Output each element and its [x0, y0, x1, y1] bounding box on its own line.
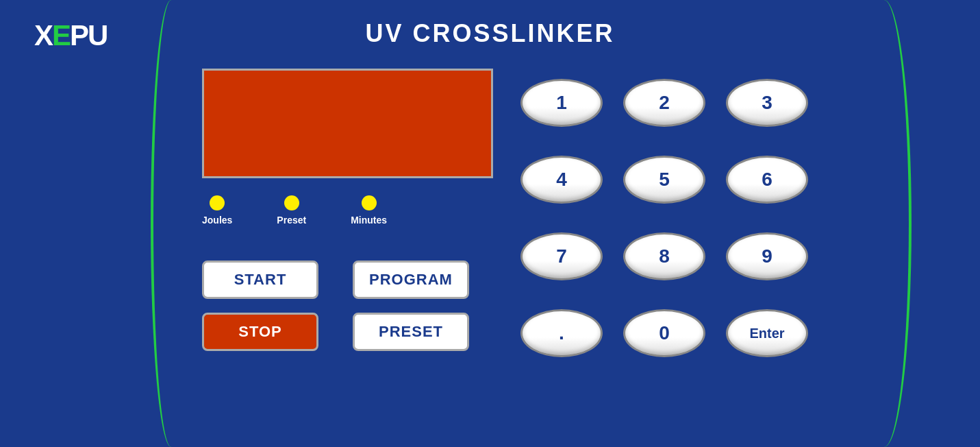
key-6-button[interactable]: 6 — [726, 156, 808, 204]
preset-button[interactable]: PRESET — [353, 313, 469, 351]
key-2-button[interactable]: 2 — [623, 79, 705, 127]
key-3-button[interactable]: 3 — [726, 79, 808, 127]
start-button[interactable]: START — [202, 261, 318, 299]
key-0-button[interactable]: 0 — [623, 309, 705, 357]
key-8-button[interactable]: 8 — [623, 232, 705, 280]
logo-x: X — [34, 19, 52, 51]
joules-dot — [210, 195, 225, 210]
joules-indicator: Joules — [202, 195, 232, 226]
preset-dot — [284, 195, 299, 210]
minutes-indicator: Minutes — [351, 195, 387, 226]
key-9-button[interactable]: 9 — [726, 232, 808, 280]
keypad: 123456789.0Enter — [520, 69, 808, 367]
key-.-button[interactable]: . — [520, 309, 603, 357]
decorative-curve-right — [857, 0, 912, 447]
joules-label: Joules — [202, 215, 232, 226]
key-1-button[interactable]: 1 — [520, 79, 603, 127]
decorative-curve-left — [151, 0, 192, 447]
key-enter-button[interactable]: Enter — [726, 309, 808, 357]
logo-pu: PU — [70, 19, 107, 51]
minutes-dot — [362, 195, 377, 210]
key-5-button[interactable]: 5 — [623, 156, 705, 204]
display-screen — [202, 69, 493, 178]
key-4-button[interactable]: 4 — [520, 156, 603, 204]
program-button[interactable]: PROGRAM — [353, 261, 469, 299]
stop-button[interactable]: STOP — [202, 313, 318, 351]
page-title: UV CROSSLINKER — [365, 19, 614, 48]
key-7-button[interactable]: 7 — [520, 232, 603, 280]
control-buttons: START PROGRAM STOP PRESET — [202, 261, 469, 351]
minutes-label: Minutes — [351, 215, 387, 226]
logo-e: E — [52, 19, 70, 51]
preset-indicator: Preset — [277, 195, 306, 226]
logo: XEPU — [34, 19, 107, 52]
indicators-row: Joules Preset Minutes — [202, 195, 387, 226]
preset-label: Preset — [277, 215, 306, 226]
